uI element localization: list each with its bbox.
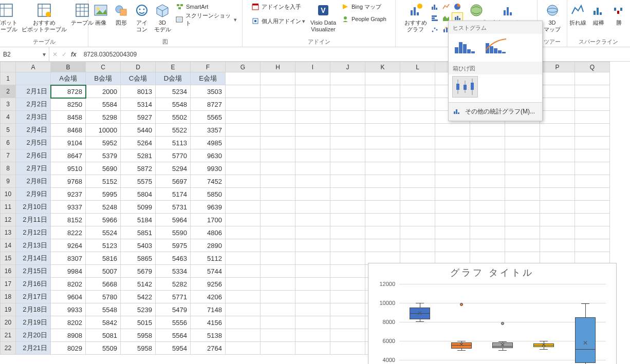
data-cell[interactable]: 5966 (86, 214, 121, 226)
data-cell[interactable]: 9933 (51, 303, 86, 316)
data-cell[interactable]: 5690 (86, 162, 121, 175)
recommended-charts-button[interactable]: おすすめ グラフ (402, 1, 429, 33)
date-cell[interactable]: 2月9日 (16, 188, 51, 201)
3dmodel-button[interactable]: 3D モデル (152, 1, 173, 33)
cancel-icon[interactable]: ✕ (52, 51, 58, 58)
data-cell[interactable]: 7148 (191, 303, 226, 316)
data-cell[interactable]: 2000 (86, 85, 121, 98)
recommended-pivot-button[interactable]: おすすめ ピボットテーブル (20, 1, 69, 33)
data-cell[interactable]: 5842 (86, 316, 121, 329)
scatter-chart-icon[interactable] (430, 24, 440, 34)
data-cell[interactable]: 5422 (121, 291, 156, 303)
data-cell[interactable]: 5995 (86, 188, 121, 201)
data-cell[interactable]: 5123 (86, 239, 121, 252)
row-header-11[interactable]: 11 (1, 201, 16, 214)
visio-button[interactable]: V Visio Data Visualizer (308, 1, 338, 33)
data-cell[interactable]: 3357 (191, 124, 226, 137)
boxplot-chart[interactable]: グラフ タイトル 020004000600080001000012000 ✕✕✕… (368, 263, 617, 364)
boxplot-option[interactable] (453, 76, 477, 97)
row-header-17[interactable]: 17 (1, 278, 16, 291)
data-cell[interactable]: 5780 (86, 291, 121, 303)
row-header-10[interactable]: 10 (1, 188, 16, 201)
data-cell[interactable]: 8013 (121, 85, 156, 98)
date-cell[interactable]: 2月14日 (16, 252, 51, 265)
data-cell[interactable]: 5575 (121, 175, 156, 188)
row-header-8[interactable]: 8 (1, 162, 16, 175)
sparkline-winloss-button[interactable]: 勝 (609, 1, 629, 27)
data-cell[interactable]: 5804 (121, 188, 156, 201)
date-cell[interactable]: 2月20日 (16, 329, 51, 342)
data-cell[interactable]: 9237 (51, 188, 86, 201)
date-cell[interactable]: 2月8日 (16, 175, 51, 188)
row-header-22[interactable]: 22 (1, 342, 16, 355)
data-cell[interactable]: 8647 (51, 149, 86, 162)
row-header-2[interactable]: 2 (1, 85, 16, 98)
data-cell[interactable]: 4985 (191, 137, 226, 149)
data-cell[interactable]: 5379 (86, 149, 121, 162)
column-chart-icon[interactable] (430, 2, 440, 12)
data-cell[interactable]: 5522 (156, 124, 191, 137)
data-cell[interactable]: 8202 (51, 278, 86, 291)
data-cell[interactable]: 5184 (121, 214, 156, 226)
bing-maps-button[interactable]: Bing マップ (339, 2, 388, 11)
date-cell[interactable]: 2月17日 (16, 291, 51, 303)
data-cell[interactable]: 5770 (156, 149, 191, 162)
data-cell[interactable]: 5479 (156, 303, 191, 316)
col-header-B[interactable]: B (51, 62, 86, 72)
my-addins-button[interactable]: 個人用アドイン▾ (249, 16, 307, 26)
row-header-7[interactable]: 7 (1, 149, 16, 162)
get-addins-button[interactable]: アドインを入手 (249, 2, 307, 11)
data-cell[interactable]: 5865 (121, 252, 156, 265)
header-cell[interactable]: D会場 (156, 72, 191, 85)
row-header-18[interactable]: 18 (1, 291, 16, 303)
col-header-A[interactable]: A (16, 62, 51, 72)
data-cell[interactable]: 8908 (51, 329, 86, 342)
screenshot-button[interactable]: スクリーンショット▾ (174, 11, 239, 28)
data-cell[interactable]: 5548 (86, 303, 121, 316)
data-cell[interactable]: 5584 (86, 98, 121, 111)
data-cell[interactable]: 5590 (156, 226, 191, 239)
data-cell[interactable]: 5152 (86, 175, 121, 188)
data-cell[interactable]: 9337 (51, 201, 86, 214)
date-cell[interactable]: 2月6日 (16, 149, 51, 162)
date-cell[interactable]: 2月13日 (16, 239, 51, 252)
data-cell[interactable]: 5975 (156, 239, 191, 252)
data-cell[interactable]: 5334 (156, 265, 191, 278)
smartart-button[interactable]: SmartArt (174, 2, 239, 11)
col-header-D[interactable]: D (121, 62, 156, 72)
data-cell[interactable]: 5668 (86, 278, 121, 291)
enter-icon[interactable]: ✓ (62, 51, 67, 58)
data-cell[interactable]: 5264 (121, 137, 156, 149)
data-cell[interactable]: 5281 (121, 149, 156, 162)
data-cell[interactable]: 8728 (51, 85, 86, 98)
data-cell[interactable]: 5007 (86, 265, 121, 278)
date-cell[interactable]: 2月12日 (16, 226, 51, 239)
header-cell[interactable]: E会場 (191, 72, 226, 85)
data-cell[interactable]: 8727 (191, 98, 226, 111)
col-header-G[interactable]: G (226, 62, 261, 72)
data-cell[interactable]: 9256 (191, 278, 226, 291)
row-header-20[interactable]: 20 (1, 316, 16, 329)
more-stat-charts[interactable]: その他の統計グラフ(M)... (449, 103, 542, 121)
data-cell[interactable]: 8307 (51, 252, 86, 265)
data-cell[interactable]: 5112 (191, 252, 226, 265)
data-cell[interactable]: 9984 (51, 265, 86, 278)
data-cell[interactable]: 5314 (121, 98, 156, 111)
data-cell[interactable]: 8468 (51, 124, 86, 137)
data-cell[interactable]: 4156 (191, 316, 226, 329)
data-cell[interactable]: 5731 (156, 201, 191, 214)
data-cell[interactable]: 8458 (51, 111, 86, 124)
data-cell[interactable]: 9930 (191, 162, 226, 175)
date-cell[interactable]: 2月16日 (16, 278, 51, 291)
data-cell[interactable]: 5565 (191, 111, 226, 124)
date-cell[interactable]: 2月19日 (16, 316, 51, 329)
data-cell[interactable]: 9768 (51, 175, 86, 188)
pie-chart-icon[interactable] (452, 2, 462, 12)
data-cell[interactable]: 5403 (121, 239, 156, 252)
date-cell[interactable]: 2月11日 (16, 214, 51, 226)
data-cell[interactable]: 5679 (121, 265, 156, 278)
data-cell[interactable]: 9639 (191, 201, 226, 214)
data-cell[interactable]: 1700 (191, 214, 226, 226)
fx-icon[interactable]: fx (71, 51, 77, 58)
header-cell[interactable]: A会場 (51, 72, 86, 85)
